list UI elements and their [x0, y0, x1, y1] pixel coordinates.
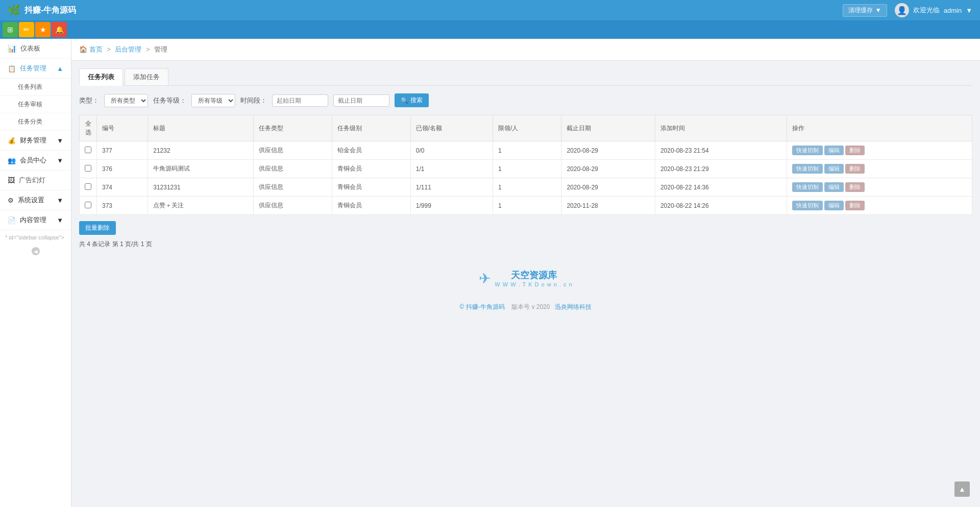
task-category-label: 任务分类: [18, 118, 42, 125]
sidebar-group-finance[interactable]: 💰 财务管理 ▼: [0, 131, 71, 151]
cache-label: 清理缓存: [848, 6, 873, 15]
settings-icon: ⚙: [8, 197, 14, 204]
watermark-site: W W W . T K D o w n . c n: [495, 281, 572, 287]
row-level: 青铜会员: [332, 160, 411, 178]
table-header-row: 全选 编号 标题 任务类型 任务级别 已领/名额 限领/人 截止日期 添加时间 …: [80, 115, 972, 141]
edit-btn[interactable]: 编辑: [824, 201, 844, 210]
row-limit: 1: [493, 197, 561, 215]
row-deadline: 2020-08-29: [561, 160, 655, 178]
end-date-input[interactable]: [333, 94, 389, 107]
level-select[interactable]: 所有等级: [191, 94, 235, 107]
content-chevron-icon: ▼: [57, 216, 63, 224]
footer-company[interactable]: 迅炎网络科技: [555, 303, 592, 310]
th-addtime: 添加时间: [655, 115, 787, 141]
cache-button[interactable]: 清理缓存 ▼: [843, 4, 887, 17]
row-title: 31231231: [148, 178, 254, 197]
row-type: 供应信息: [254, 160, 332, 178]
home-icon-btn[interactable]: ⊞: [3, 22, 18, 37]
sidebar-group-member[interactable]: 👥 会员中心 ▼: [0, 151, 71, 171]
row-taken-quota: 1/999: [410, 197, 493, 215]
row-checkbox[interactable]: [85, 147, 91, 153]
dropdown-icon: ▼: [875, 7, 881, 14]
tab-task-list[interactable]: 任务列表: [79, 68, 123, 86]
row-checkbox-cell: [80, 178, 97, 197]
th-id: 编号: [97, 115, 148, 141]
filter-bar: 类型： 所有类型 任务等级： 所有等级 时间段： 🔍 搜索: [79, 93, 972, 107]
row-type: 供应信息: [254, 197, 332, 215]
sidebar-item-ad[interactable]: 🖼 广告幻灯: [0, 171, 71, 190]
row-addtime: 2020-08-23 21:54: [655, 141, 787, 160]
quick-btn[interactable]: 快速切制: [792, 182, 823, 192]
row-checkbox[interactable]: [85, 183, 91, 190]
bell-icon-btn[interactable]: 🔔: [52, 22, 67, 37]
row-limit: 1: [493, 160, 561, 178]
task-mgmt-label: 任务管理: [20, 64, 46, 73]
search-button[interactable]: 🔍 搜索: [395, 93, 429, 107]
delete-btn[interactable]: 删除: [845, 201, 865, 210]
start-date-input[interactable]: [272, 94, 328, 107]
th-title: 标题: [148, 115, 254, 141]
th-select: 全选: [80, 115, 97, 141]
batch-delete-button[interactable]: 批量删除: [79, 221, 116, 235]
row-id: 374: [97, 178, 148, 197]
tab-add-task[interactable]: 添加任务: [125, 68, 168, 85]
row-addtime: 2020-08-22 14:36: [655, 178, 787, 197]
dashboard-icon: 📊: [8, 44, 16, 53]
edit-btn[interactable]: 编辑: [824, 164, 844, 174]
delete-btn[interactable]: 删除: [845, 164, 865, 174]
row-id: 373: [97, 197, 148, 215]
edit-btn[interactable]: 编辑: [824, 182, 844, 192]
sidebar-item-task-review[interactable]: 任务审核: [0, 96, 71, 113]
sidebar-group-task-mgmt[interactable]: 📋 任务管理 ▲: [0, 59, 71, 79]
username-text: admin: [944, 7, 962, 14]
type-select[interactable]: 所有类型: [104, 94, 148, 107]
delete-btn[interactable]: 删除: [845, 182, 865, 192]
row-checkbox[interactable]: [85, 202, 91, 208]
content-icon: 📄: [8, 216, 16, 224]
breadcrumb-home[interactable]: 首页: [89, 45, 103, 53]
quick-btn[interactable]: 快速切制: [792, 201, 823, 210]
user-info[interactable]: 👤 欢迎光临 admin ▼: [895, 3, 972, 17]
row-level: 青铜会员: [332, 197, 411, 215]
row-id: 377: [97, 141, 148, 160]
member-icon: 👥: [8, 157, 16, 164]
icon-nav-bar: ⊞ ✏ ★ 🔔: [0, 20, 980, 39]
edit-btn[interactable]: 编辑: [824, 146, 844, 155]
th-deadline: 截止日期: [561, 115, 655, 141]
table-row: 376 牛角源码测试 供应信息 青铜会员 1/1 1 2020-08-29 20…: [80, 160, 972, 178]
task-list-label: 任务列表: [18, 83, 42, 90]
sidebar-collapse-arrow[interactable]: ◀: [32, 247, 40, 255]
row-type: 供应信息: [254, 178, 332, 197]
collapse-note: * id="sidebar collapse">: [0, 230, 71, 245]
row-title: 牛角源码测试: [148, 160, 254, 178]
finance-chevron-icon: ▼: [57, 137, 63, 144]
edit-icon-btn[interactable]: ✏: [19, 22, 34, 37]
row-id: 376: [97, 160, 148, 178]
settings-chevron-icon: ▼: [57, 197, 63, 204]
sidebar-group-settings[interactable]: ⚙ 系统设置 ▼: [0, 190, 71, 210]
row-limit: 1: [493, 141, 561, 160]
footer-version: 版本号 v 2020: [511, 303, 550, 310]
footer-copyright[interactable]: © 抖赚-牛角源码: [460, 303, 505, 310]
row-checkbox[interactable]: [85, 165, 91, 172]
th-taken: 已领/名额: [410, 115, 493, 141]
task-review-label: 任务审核: [18, 101, 42, 108]
star-icon-btn[interactable]: ★: [35, 22, 51, 37]
sidebar-item-dashboard[interactable]: 📊 仪表板: [0, 39, 71, 59]
sidebar-item-task-category[interactable]: 任务分类: [0, 113, 71, 131]
logo-text: 抖赚-牛角源码: [24, 5, 76, 16]
welcome-text: 欢迎光临: [913, 6, 940, 15]
sidebar-item-task-list[interactable]: 任务列表: [0, 79, 71, 96]
row-actions: 快速切制 编辑 删除: [787, 178, 972, 197]
quick-btn[interactable]: 快速切制: [792, 146, 823, 155]
table-row: 377 21232 供应信息 铂金会员 0/0 1 2020-08-29 202…: [80, 141, 972, 160]
quick-btn[interactable]: 快速切制: [792, 164, 823, 174]
sidebar-group-content[interactable]: 📄 内容管理 ▼: [0, 210, 71, 230]
member-label: 会员中心: [20, 156, 46, 165]
scroll-top-button[interactable]: ▲: [954, 481, 970, 497]
breadcrumb: 🏠 首页 > 后台管理 > 管理: [71, 39, 980, 61]
breadcrumb-backend[interactable]: 后台管理: [115, 45, 141, 53]
delete-btn[interactable]: 删除: [845, 146, 865, 155]
settings-label: 系统设置: [18, 196, 44, 205]
sidebar-dashboard-label: 仪表板: [20, 44, 40, 53]
